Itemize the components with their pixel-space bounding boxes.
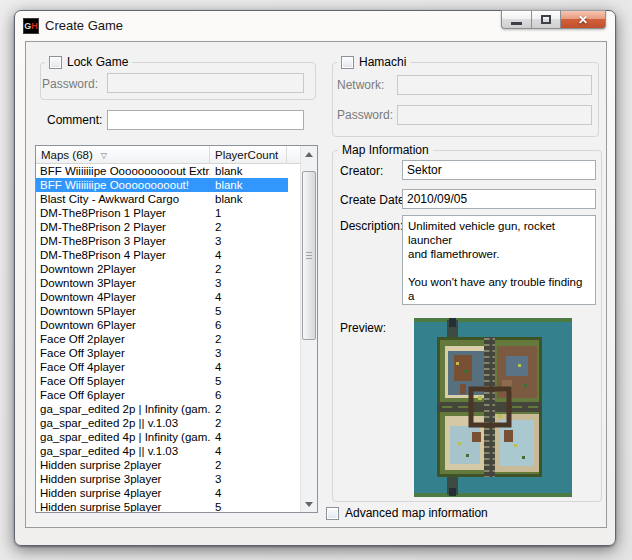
scroll-down-button[interactable] [301,496,317,512]
map-information-label: Map Information [342,143,429,157]
map-player-count: blank [210,178,288,192]
list-item[interactable]: Hidden surprise 3player 3 [36,472,300,486]
list-item[interactable]: BFF Wiiiiiiipe Oooooooooout Extr... blan… [36,164,300,178]
titlebar[interactable]: GH Create Game ✕ [15,11,615,40]
list-item[interactable]: Hidden surprise 4player 4 [36,486,300,500]
list-item[interactable]: Face Off 4player 4 [36,360,300,374]
map-player-count: 3 [210,346,288,360]
lock-password-input[interactable] [107,73,304,93]
map-player-count: blank [210,164,288,178]
list-item[interactable]: DM-The8Prison 1 Player 1 [36,206,300,220]
list-item[interactable]: Face Off 6player 6 [36,388,300,402]
list-item[interactable]: Downtown 3Player 3 [36,276,300,290]
comment-input[interactable] [107,110,304,130]
list-item[interactable]: ga_spar_edited 4p || v.1.03 4 [36,444,300,458]
map-player-count: 2 [210,332,288,346]
map-name: Hidden surprise 5player [36,500,210,513]
map-name: BFF Wiiiiiiipe Oooooooooout Extr... [36,164,210,178]
hamachi-password-label: Password: [337,108,393,122]
map-name: Face Off 4player [36,360,210,374]
creator-label: Creator: [340,164,383,178]
map-name: Downtown 4Player [36,290,210,304]
list-item[interactable]: Hidden surprise 5player 5 [36,500,300,513]
map-player-count: 2 [210,416,288,430]
main-panel: Lock Game Password: Comment: Hamachi Net… [25,41,607,528]
map-name: DM-The8Prison 2 Player [36,220,210,234]
create-date-input[interactable] [402,189,596,209]
map-name: Hidden surprise 4player [36,486,210,500]
map-name: BFF Wiiiiiiipe Oooooooooout! [36,178,210,192]
map-name: DM-The8Prison 3 Player [36,234,210,248]
hamachi-label: Hamachi [359,55,406,69]
maximize-button[interactable] [531,10,561,29]
map-player-count: 1 [210,206,288,220]
map-player-count: 5 [210,304,288,318]
lock-game-checkbox[interactable] [49,56,62,69]
scrollbar-thumb[interactable] [302,171,316,340]
list-item[interactable]: Downtown 2Player 2 [36,262,300,276]
close-button[interactable]: ✕ [561,10,606,29]
list-item[interactable]: Face Off 3player 3 [36,346,300,360]
creator-input[interactable] [402,160,596,180]
window-controls: ✕ [501,10,606,29]
map-name: Downtown 3Player [36,276,210,290]
map-player-count: 6 [210,318,288,332]
hamachi-network-label: Network: [337,78,384,92]
map-name: DM-The8Prison 4 Player [36,248,210,262]
lock-password-label: Password: [42,77,98,91]
list-item[interactable]: Downtown 5Player 5 [36,304,300,318]
scroll-up-icon [305,152,313,157]
map-player-count: 5 [210,374,288,388]
minimize-button[interactable] [501,10,531,29]
comment-label: Comment: [47,113,102,127]
maps-list: Maps (68) ▽ PlayerCount BFF Wiiiiiiipe O… [35,145,318,513]
map-player-count: 3 [210,276,288,290]
map-player-count: 6 [210,388,288,402]
description-label: Description: [340,219,403,233]
map-player-count: blank [210,192,288,206]
list-item[interactable]: ga_spar_edited 2p || v.1.03 2 [36,416,300,430]
map-name: Downtown 6Player [36,318,210,332]
list-item[interactable]: ga_spar_edited 4p | Infinity (gam... 4 [36,430,300,444]
hamachi-legend: Hamachi [337,55,410,69]
map-name: Hidden surprise 3player [36,472,210,486]
description-box[interactable]: Unlimited vehicle gun, rocket launcher a… [402,215,596,305]
map-preview-image [414,318,572,497]
list-item[interactable]: Downtown 4Player 4 [36,290,300,304]
list-item[interactable]: Downtown 6Player 6 [36,318,300,332]
list-item[interactable]: Blast City - Awkward Cargo blank [36,192,300,206]
list-item[interactable]: DM-The8Prison 2 Player 2 [36,220,300,234]
list-item[interactable]: Hidden surprise 2player 2 [36,458,300,472]
list-scrollbar[interactable] [300,146,317,512]
maps-list-body: BFF Wiiiiiiipe Oooooooooout Extr... blan… [36,164,300,512]
map-name: Blast City - Awkward Cargo [36,192,210,206]
maps-column-header[interactable]: Maps (68) ▽ [36,146,210,164]
list-item[interactable]: DM-The8Prison 4 Player 4 [36,248,300,262]
list-item[interactable]: ga_spar_edited 2p | Infinity (gam... 2 [36,402,300,416]
advanced-map-info-checkbox[interactable] [326,507,339,520]
hamachi-group [332,62,599,137]
list-item[interactable]: Face Off 2player 2 [36,332,300,346]
lock-game-legend: Lock Game [45,55,132,69]
list-item[interactable]: Face Off 5player 5 [36,374,300,388]
map-name: ga_spar_edited 4p || v.1.03 [36,444,210,458]
map-name: Face Off 6player [36,388,210,402]
map-player-count: 5 [210,500,288,513]
window-title: Create Game [45,18,123,33]
map-information-legend: Map Information [338,143,433,157]
hamachi-password-input[interactable] [397,105,592,125]
map-player-count: 3 [210,472,288,486]
hamachi-checkbox[interactable] [341,56,354,69]
list-item[interactable]: DM-The8Prison 3 Player 3 [36,234,300,248]
playercount-column-header[interactable]: PlayerCount [210,146,287,164]
map-player-count: 2 [210,262,288,276]
map-name: Downtown 2Player [36,262,210,276]
map-player-count: 2 [210,402,288,416]
hamachi-network-input[interactable] [397,75,592,95]
list-item[interactable]: BFF Wiiiiiiipe Oooooooooout! blank [36,178,288,192]
app-icon: GH [23,18,39,34]
scroll-up-button[interactable] [301,146,317,162]
map-player-count: 4 [210,444,288,458]
preview-label: Preview: [340,321,386,335]
map-player-count: 4 [210,430,288,444]
